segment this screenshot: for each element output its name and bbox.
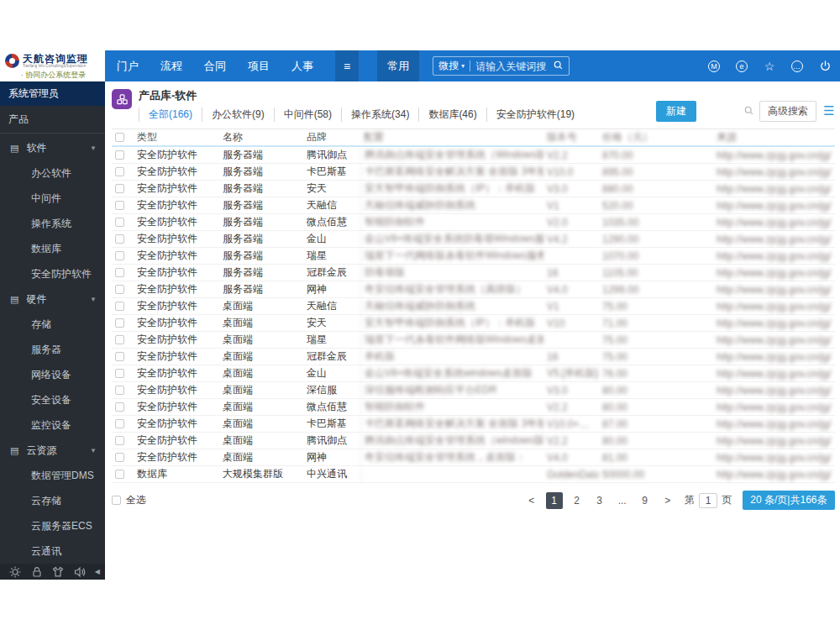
table-row[interactable]: 安全防护软件 桌面端 腾讯御点 腾讯御点终端安全管理系统（windows版）/ … [112, 433, 835, 449]
speaker-volume-icon[interactable] [73, 565, 87, 579]
sidebar-item[interactable]: 数据库 [0, 236, 105, 261]
row-checkbox[interactable] [115, 436, 124, 445]
page-number-button[interactable]: ... [614, 492, 631, 509]
table-search-icon[interactable] [743, 104, 754, 119]
sidebar-item[interactable]: 安全防护软件 [0, 261, 105, 286]
row-checkbox[interactable] [115, 251, 124, 260]
table-row[interactable]: 安全防护软件 桌面端 安天 安天智甲终端防御系统（IP）：单机版 V10 71.… [112, 315, 835, 332]
table-row[interactable]: 安全防护软件 服务器端 天融信 天融信终端威胁防御系统 V1 520.00 ht… [112, 197, 835, 214]
table-row[interactable]: 安全防护软件 服务器端 网神 奇安信终端安全管理系统（高级版） V4.0 129… [112, 281, 835, 298]
table-row[interactable]: 安全防护软件 桌面端 微点佰慧 智能防御软件 V2.2 80.00 http:/… [112, 399, 835, 416]
table-row[interactable]: 安全防护软件 服务器端 瑞星 瑞星下一代网络版杀毒软件Windows服务器版 1… [112, 248, 835, 265]
row-checkbox[interactable] [115, 352, 124, 361]
category-tab[interactable]: 操作系统(34) [341, 108, 418, 122]
page-number-button[interactable]: 2 [569, 492, 585, 509]
table-row[interactable]: 数据库 大规模集群版 中兴通讯 GoldenData s… 50000.00 h… [112, 466, 835, 483]
sidebar-item[interactable]: 监控设备 [0, 412, 105, 438]
col-header-source[interactable]: 来源 [713, 130, 835, 144]
top-nav-item[interactable]: 人事 [291, 59, 313, 74]
table-row[interactable]: 安全防护软件 桌面端 冠群金辰 单机版 16 75.00 http://www.… [112, 349, 835, 365]
category-tab[interactable]: 数据库(46) [418, 108, 486, 122]
category-tab[interactable]: 全部(166) [139, 108, 202, 122]
row-checkbox[interactable] [115, 402, 124, 412]
table-row[interactable]: 安全防护软件 桌面端 瑞星 瑞星下一代杀毒软件网络版Windows桌面版 75.… [112, 332, 835, 349]
table-row[interactable]: 安全防护软件 服务器端 冠群金辰 防毒墙版 16 1105.00 http://… [112, 265, 835, 281]
top-nav-item[interactable]: 项目 [248, 59, 270, 74]
nav-pinned-tab[interactable]: 常用 [377, 50, 419, 81]
category-tab[interactable]: 办公软件(9) [202, 108, 274, 122]
table-row[interactable]: 安全防护软件 服务器端 金山 金山V8+终端安全系统防毒墙Windows服务器版… [112, 231, 835, 248]
col-header-brand[interactable]: 品牌 [303, 130, 360, 144]
table-row[interactable]: 安全防护软件 服务器端 卡巴斯基 卡巴斯基网络安全解决方案 全面版 3年期 V1… [112, 164, 835, 181]
table-row[interactable]: 安全防护软件 服务器端 安天 安天智甲终端防御系统（IP）：单机版 V3.0 8… [112, 181, 835, 197]
category-tab[interactable]: 中间件(58) [274, 108, 341, 122]
sidebar-collapse-icon[interactable]: ◀ [95, 568, 100, 575]
sidebar-item[interactable]: 服务器 [0, 337, 105, 362]
row-checkbox[interactable] [115, 167, 124, 176]
jump-page-input[interactable]: 1 [699, 493, 718, 508]
sidebar-item[interactable]: 数据管理DMS [0, 463, 105, 488]
global-search-input[interactable] [475, 60, 553, 72]
page-number-button[interactable]: 9 [637, 492, 654, 509]
row-checkbox[interactable] [115, 318, 124, 328]
table-row[interactable]: 安全防护软件 桌面端 天融信 天融信终端威胁防御系统 V1 75.00 http… [112, 298, 835, 315]
e-service-icon[interactable]: e [735, 60, 748, 73]
sidebar-item[interactable]: 云存储 [0, 488, 105, 513]
row-checkbox[interactable] [115, 234, 124, 244]
select-all-checkbox[interactable] [112, 496, 121, 505]
sidebar-role-header[interactable]: 系统管理员 [0, 81, 105, 106]
page-size-selector[interactable]: 20 条/页|共166条 [743, 491, 834, 510]
row-checkbox[interactable] [115, 302, 124, 311]
table-row[interactable]: 安全防护软件 桌面端 卡巴斯基 卡巴斯基网络安全解决方案 全面版 3年期 +以…… [112, 416, 835, 433]
col-header-price[interactable]: 价格（元） [599, 130, 713, 144]
message-m-icon[interactable]: M [707, 60, 721, 73]
new-button[interactable]: 新建 [656, 101, 696, 122]
table-row[interactable]: 安全防护软件 桌面端 深信服 深信服终端检测响应平台EDR V3.0 80.00… [112, 382, 835, 399]
prev-page-button[interactable]: < [523, 492, 540, 509]
row-checkbox[interactable] [115, 218, 124, 227]
table-row[interactable]: 安全防护软件 桌面端 金山 金山V8+终端安全系统windows桌面版 V5.[… [112, 365, 835, 382]
top-nav-item[interactable]: 门户 [117, 59, 139, 74]
row-checkbox[interactable] [115, 453, 124, 462]
advanced-search-button[interactable]: 高级搜索 [759, 101, 816, 122]
row-checkbox[interactable] [115, 285, 124, 294]
top-nav-item[interactable]: 合同 [204, 59, 226, 74]
sidebar-item[interactable]: 办公软件 [0, 160, 105, 186]
sidebar-item[interactable]: 云服务器ECS [0, 513, 105, 538]
sidebar-group-hardware[interactable]: ▤ 硬件 ▼ [0, 286, 105, 312]
sidebar-section-product[interactable]: 产品 [0, 106, 105, 133]
next-page-button[interactable]: > [659, 492, 676, 509]
table-row[interactable]: 安全防护软件 服务器端 微点佰慧 智能防御软件 V2.0 1035.00 htt… [112, 214, 835, 231]
row-checkbox[interactable] [115, 386, 124, 395]
page-number-button[interactable]: 1 [546, 492, 563, 509]
sidebar-item[interactable]: 操作系统 [0, 211, 105, 236]
view-options-icon[interactable]: ☰ [823, 105, 834, 118]
row-checkbox[interactable] [115, 470, 124, 479]
row-checkbox[interactable] [115, 184, 124, 193]
col-header-version[interactable]: 版本号 [543, 130, 599, 144]
row-checkbox[interactable] [115, 335, 124, 344]
sidebar-item[interactable]: 云通讯 [0, 538, 105, 564]
settings-gear-icon[interactable] [8, 565, 22, 579]
row-checkbox[interactable] [115, 268, 124, 277]
sidebar-item[interactable]: 中间件 [0, 186, 105, 211]
sidebar-item[interactable]: 存储 [0, 312, 105, 337]
row-checkbox[interactable] [115, 201, 124, 210]
col-header-type[interactable]: 类型 [134, 130, 219, 144]
search-scope-dropdown[interactable]: 微搜 ▾ [438, 59, 465, 73]
power-logout-icon[interactable] [818, 60, 832, 73]
favorites-star-icon[interactable]: ☆ [763, 60, 776, 73]
table-row[interactable]: 安全防护软件 桌面端 网神 奇安信终端安全管理系统，桌面版： V4.0 81.0… [112, 449, 835, 466]
more-options-icon[interactable]: … [790, 60, 804, 73]
category-tab[interactable]: 安全防护软件(19) [486, 108, 584, 122]
sidebar-group-cloud[interactable]: ▤ 云资源 ▼ [0, 438, 105, 463]
row-checkbox[interactable] [115, 369, 124, 378]
row-checkbox[interactable] [115, 419, 124, 428]
col-header-config[interactable]: 配置 [360, 129, 543, 145]
sidebar-group-software[interactable]: ▤ 软件 ▼ [0, 135, 105, 160]
sidebar-item[interactable]: 安全设备 [0, 387, 105, 412]
lock-icon[interactable] [30, 565, 44, 579]
search-icon[interactable] [553, 60, 564, 73]
select-all-header-checkbox[interactable] [115, 133, 124, 142]
row-checkbox[interactable] [115, 150, 124, 160]
